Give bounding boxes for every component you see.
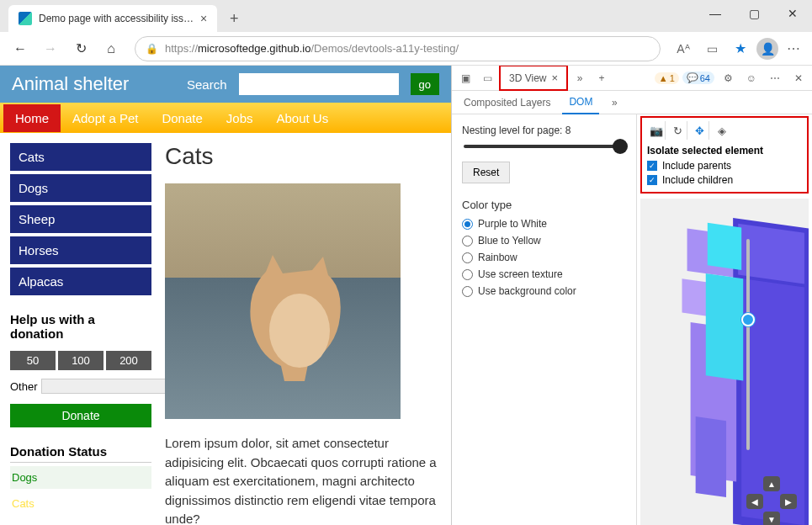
add-tab-icon[interactable]: + [592, 68, 612, 88]
subtab-composited[interactable]: Composited Layers [457, 92, 557, 114]
tabs-overflow-icon[interactable]: » [570, 68, 590, 88]
page-viewport[interactable]: Animal shelter Search go Home Adopt a Pe… [0, 66, 451, 525]
devtools-tabs: ▣ ▭ 3D View × » + ▲ 1 💬 64 ⚙ ☺ ⋯ ✕ [452, 66, 812, 91]
close-devtools-icon[interactable]: ✕ [788, 68, 809, 88]
reader-icon[interactable]: Aᴬ [671, 36, 696, 61]
search-label: Search [187, 77, 227, 92]
pan-icon[interactable]: ✥ [691, 121, 709, 140]
sidebar-sheep[interactable]: Sheep [10, 205, 151, 233]
sidebar-horses[interactable]: Horses [10, 236, 151, 264]
include-children-check[interactable]: ✓Include children [647, 174, 802, 186]
isolate-pane: 📷 ↻ ✥ ◈ Isolate selected element ✓Includ… [637, 114, 812, 525]
tab-3d-view-label: 3D View [509, 72, 546, 84]
page-banner: Animal shelter Search go [0, 66, 451, 103]
status-cats: Cats [10, 492, 151, 515]
devtools-panel: ▣ ▭ 3D View × » + ▲ 1 💬 64 ⚙ ☺ ⋯ ✕ C [451, 66, 812, 525]
favicon-icon [19, 12, 32, 25]
sidebar-alpacas[interactable]: Alpacas [10, 268, 151, 295]
nesting-slider[interactable] [464, 145, 624, 148]
messages-badge[interactable]: 💬 64 [682, 72, 714, 84]
radio-icon [462, 286, 473, 297]
maximize-button[interactable]: ▢ [735, 0, 773, 27]
radio-icon [462, 252, 473, 263]
sidebar-cats[interactable]: Cats [10, 143, 151, 171]
devtools-subtabs: Composited Layers DOM » [452, 91, 812, 114]
search-go-button[interactable]: go [411, 73, 439, 95]
pan-right-button[interactable]: ▶ [780, 494, 797, 509]
browser-tab[interactable]: Demo page with accessibility iss… × [8, 5, 217, 32]
refresh-view-icon[interactable]: ↻ [669, 121, 687, 140]
status-heading: Donation Status [10, 444, 151, 463]
subtabs-overflow-icon[interactable]: » [604, 93, 624, 113]
close-tab-icon[interactable]: × [200, 12, 207, 25]
nav-donate[interactable]: Donate [150, 104, 214, 132]
minimize-button[interactable]: — [696, 0, 735, 27]
nav-jobs[interactable]: Jobs [215, 104, 265, 132]
svg-rect-7 [706, 273, 743, 380]
checkbox-icon: ✓ [647, 161, 657, 171]
collections-icon[interactable]: ▭ [699, 36, 724, 61]
subtab-dom[interactable]: DOM [562, 91, 599, 114]
settings-icon[interactable]: ⚙ [718, 68, 738, 88]
main-nav: Home Adopt a Pet Donate Jobs About Us [0, 103, 451, 133]
inspect-icon[interactable]: ▣ [455, 68, 475, 88]
other-amount-input[interactable] [41, 379, 185, 394]
cat-photo [165, 183, 401, 419]
svg-rect-8 [708, 223, 741, 270]
nav-adopt[interactable]: Adopt a Pet [61, 104, 150, 132]
zoom-slider[interactable] [746, 239, 750, 449]
new-tab-button[interactable]: + [222, 7, 246, 30]
dom-settings-pane: Nesting level for page: 8 Reset Color ty… [452, 114, 637, 525]
close-window-button[interactable]: ✕ [773, 0, 812, 27]
warnings-badge[interactable]: ▲ 1 [655, 72, 679, 84]
page-heading: Cats [165, 143, 441, 170]
pan-up-button[interactable]: ▲ [763, 476, 780, 491]
radio-icon [462, 236, 473, 247]
nav-about[interactable]: About Us [264, 104, 340, 132]
isolate-heading: Isolate selected element [647, 145, 802, 156]
device-icon[interactable]: ▭ [477, 68, 497, 88]
refresh-button[interactable]: ↻ [67, 35, 94, 62]
status-dogs: Dogs [10, 466, 151, 489]
feedback-icon[interactable]: ☺ [741, 68, 762, 88]
color-opt-0[interactable]: Purple to White [462, 218, 626, 230]
pan-left-button[interactable]: ◀ [746, 494, 763, 509]
lock-icon: 🔒 [146, 43, 158, 55]
nav-home[interactable]: Home [3, 104, 61, 132]
devtools-more-icon[interactable]: ⋯ [765, 68, 785, 88]
nesting-slider-thumb[interactable] [613, 139, 628, 154]
tab-3d-view[interactable]: 3D View × [499, 66, 568, 91]
sidebar-dogs[interactable]: Dogs [10, 174, 151, 202]
favorite-icon[interactable]: ★ [728, 36, 753, 61]
layers-icon[interactable]: ◈ [713, 121, 731, 140]
3d-viewport[interactable]: ▲ ▼ ◀ ▶ [640, 199, 809, 525]
include-parents-check[interactable]: ✓Include parents [647, 160, 802, 172]
close-3d-tab-icon[interactable]: × [551, 72, 558, 84]
menu-more-icon[interactable]: ⋯ [782, 40, 805, 56]
search-input[interactable] [239, 73, 399, 95]
snapshot-icon[interactable]: 📷 [647, 121, 666, 140]
home-button[interactable]: ⌂ [98, 35, 125, 62]
amount-200[interactable]: 200 [106, 351, 151, 370]
amount-100[interactable]: 100 [58, 351, 103, 370]
checkbox-icon: ✓ [647, 175, 657, 185]
color-opt-3[interactable]: Use screen texture [462, 268, 626, 280]
back-button[interactable]: ← [7, 35, 34, 62]
amount-50[interactable]: 50 [10, 351, 56, 370]
radio-icon [462, 269, 473, 280]
zoom-thumb[interactable] [741, 313, 755, 326]
profile-avatar[interactable]: 👤 [756, 38, 778, 60]
donation-heading: Help us with a donation [10, 312, 151, 341]
donate-button[interactable]: Donate [10, 404, 151, 427]
article-paragraph: Lorem ipsum dolor, sit amet consectetur … [165, 434, 441, 525]
color-opt-2[interactable]: Rainbow [462, 252, 626, 263]
reset-button[interactable]: Reset [462, 162, 510, 183]
nesting-label: Nesting level for page: 8 [462, 125, 626, 136]
address-bar[interactable]: 🔒 https://microsoftedge.github.io/Demos/… [135, 36, 661, 61]
tab-title: Demo page with accessibility iss… [39, 13, 194, 24]
title-bar: Demo page with accessibility iss… × + — … [0, 0, 812, 32]
pan-down-button[interactable]: ▼ [763, 512, 780, 525]
color-opt-1[interactable]: Blue to Yellow [462, 235, 626, 247]
color-opt-4[interactable]: Use background color [462, 285, 626, 297]
forward-button[interactable]: → [37, 35, 64, 62]
